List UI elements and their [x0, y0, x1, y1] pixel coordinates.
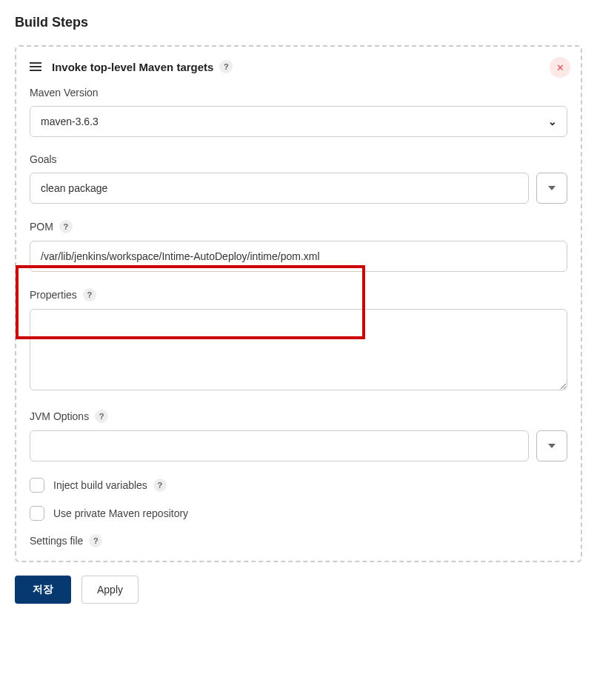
inject-build-vars-label: Inject build variables	[53, 479, 147, 491]
drag-handle-icon[interactable]	[30, 62, 41, 71]
bottom-action-bar: 저장 Apply	[15, 562, 582, 604]
remove-step-button[interactable]: ✕	[550, 57, 570, 78]
pom-label: POM	[30, 221, 53, 233]
goals-label: Goals	[30, 153, 567, 165]
settings-file-label: Settings file	[30, 535, 83, 547]
triangle-down-icon	[548, 186, 556, 190]
jvm-options-input[interactable]	[30, 430, 529, 461]
step-header: Invoke top-level Maven targets ?	[30, 60, 567, 73]
private-repo-checkbox[interactable]	[30, 506, 44, 521]
help-icon[interactable]: ?	[153, 479, 167, 492]
goals-input[interactable]	[30, 173, 529, 204]
private-repo-row: Use private Maven repository	[30, 506, 567, 521]
properties-label: Properties	[30, 289, 77, 301]
pom-field: POM ?	[30, 220, 567, 272]
pom-input[interactable]	[30, 241, 567, 272]
step-title: Invoke top-level Maven targets	[52, 61, 213, 73]
help-icon[interactable]: ?	[89, 534, 102, 547]
apply-button[interactable]: Apply	[81, 576, 139, 604]
properties-textarea[interactable]	[30, 309, 567, 390]
goals-advanced-button[interactable]	[536, 173, 567, 204]
settings-file-field: Settings file ?	[30, 534, 567, 547]
properties-field: Properties ?	[30, 288, 567, 393]
jvm-options-label: JVM Options	[30, 410, 89, 422]
save-button[interactable]: 저장	[15, 576, 71, 604]
close-icon: ✕	[556, 62, 564, 73]
help-icon[interactable]: ?	[59, 220, 73, 233]
jvm-options-field: JVM Options ?	[30, 410, 567, 461]
help-icon[interactable]: ?	[95, 410, 108, 423]
section-title: Build Steps	[15, 15, 582, 30]
help-icon[interactable]: ?	[83, 288, 96, 301]
triangle-down-icon	[548, 444, 556, 448]
private-repo-label: Use private Maven repository	[53, 507, 188, 519]
maven-version-label: Maven Version	[30, 87, 567, 99]
jvm-options-advanced-button[interactable]	[536, 430, 567, 461]
build-step-card: Invoke top-level Maven targets ? ✕ Maven…	[15, 45, 582, 562]
inject-build-vars-checkbox[interactable]	[30, 478, 44, 493]
goals-field: Goals	[30, 153, 567, 204]
help-icon[interactable]: ?	[219, 60, 233, 73]
maven-version-field: Maven Version ⌄	[30, 87, 567, 137]
maven-version-select[interactable]	[30, 106, 567, 137]
inject-build-vars-row: Inject build variables ?	[30, 478, 567, 493]
